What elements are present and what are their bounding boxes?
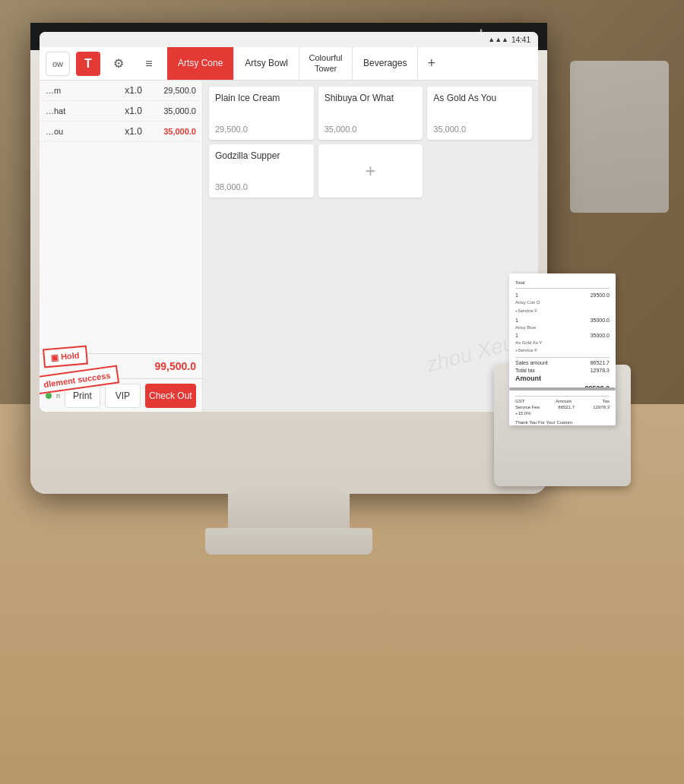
vip-button[interactable]: VIP bbox=[105, 384, 141, 408]
add-product-button[interactable]: + bbox=[318, 144, 423, 198]
printer-slot bbox=[509, 387, 616, 390]
background-monitor bbox=[570, 61, 669, 213]
product-name: As Gold As You bbox=[433, 93, 526, 105]
monitor-bezel: ▲▲▲ 14:41 ow T ⚙ ≡ Artsy Cone bbox=[40, 32, 538, 412]
settings-icon[interactable]: ⚙ bbox=[106, 52, 131, 76]
receipt-gst-section: GSTAmountTax Service Fee86521.712978.3 +… bbox=[515, 396, 610, 425]
screen: ▲▲▲ 14:41 ow T ⚙ ≡ Artsy Cone bbox=[40, 32, 538, 412]
tab-beverages[interactable]: Beverages bbox=[353, 47, 418, 80]
tab-artsy-cone[interactable]: Artsy Cone bbox=[167, 47, 234, 80]
order-item-name: …ou bbox=[46, 127, 120, 136]
product-name: Plain Ice Cream bbox=[215, 93, 308, 105]
order-item-price: 35,000.0 bbox=[147, 106, 196, 115]
product-price: 35,000.0 bbox=[433, 125, 526, 134]
main-content: …m x1.0 29,500.0 …hat x1.0 35,000.0 …ou bbox=[40, 81, 538, 412]
hold-icon: ▣ bbox=[51, 352, 59, 362]
receipt-service-rate: +15.0% bbox=[515, 410, 610, 416]
receipt-item-3-service: +Service F bbox=[515, 347, 610, 353]
text-icon[interactable]: T bbox=[76, 52, 100, 76]
order-item[interactable]: …hat x1.0 35,000.0 bbox=[40, 101, 202, 122]
receipt-thank-you: Thank You For Your Custom bbox=[515, 419, 610, 425]
product-price: 29,500.0 bbox=[215, 125, 308, 134]
order-item[interactable]: …m x1.0 29,500.0 bbox=[40, 81, 202, 101]
receipt-service-fee: Service Fee86521.712978.3 bbox=[515, 404, 610, 410]
wifi-icon: ▲▲▲ bbox=[488, 36, 508, 43]
receipt-item-2: 135000.0 bbox=[515, 317, 610, 324]
receipt-header: Total bbox=[515, 280, 610, 289]
order-item-name: …hat bbox=[46, 106, 120, 115]
order-item-qty: x1.0 bbox=[120, 106, 147, 116]
receipt-tax: Total tax12978.3 bbox=[515, 367, 610, 375]
order-item-price: 29,500.0 bbox=[147, 86, 196, 95]
hold-stamp: ▣ Hold bbox=[43, 346, 87, 368]
product-price: 35,000.0 bbox=[325, 125, 417, 134]
monitor-outer: ▲▲▲ 14:41 ow T ⚙ ≡ Artsy Cone bbox=[30, 23, 547, 494]
receipt-item-2-desc: Artsy Bow bbox=[515, 324, 610, 330]
receipt-item-3-desc: As Gold As Y bbox=[515, 340, 610, 346]
order-panel: …m x1.0 29,500.0 …hat x1.0 35,000.0 …ou bbox=[40, 81, 203, 412]
order-item-selected[interactable]: …ou x1.0 35,000.0 bbox=[40, 122, 202, 142]
tab-colourful-tower[interactable]: Colourful Tower bbox=[299, 47, 353, 80]
order-item-qty: x1.0 bbox=[120, 85, 147, 96]
time-display: 14:41 bbox=[511, 36, 530, 44]
tab-artsy-bowl[interactable]: Artsy Bowl bbox=[234, 47, 299, 80]
status-bar: ▲▲▲ 14:41 bbox=[40, 32, 538, 47]
toolbar-left: ow T ⚙ ≡ bbox=[46, 52, 161, 76]
product-card[interactable]: Plain Ice Cream 29,500.0 bbox=[209, 87, 314, 140]
product-price: 38,000.0 bbox=[215, 182, 308, 191]
printer-body: Total 129500.0 Artsy Con D +Service F 13… bbox=[494, 365, 631, 486]
hold-label: Hold bbox=[61, 350, 80, 361]
back-label[interactable]: ow bbox=[46, 52, 70, 76]
product-name: Shibuya Or What bbox=[325, 93, 417, 105]
add-category-button[interactable]: + bbox=[418, 47, 445, 80]
category-tabs: Artsy Cone Artsy Bowl Colourful Tower Be… bbox=[167, 47, 445, 80]
product-name: Godzilla Supper bbox=[215, 150, 308, 163]
order-item-name: …m bbox=[46, 86, 120, 95]
receipt-gst-header: GSTAmountTax bbox=[515, 398, 610, 404]
product-card[interactable]: As Gold As You 35,000.0 bbox=[427, 87, 532, 140]
receipt-item-1-desc: Artsy Con D bbox=[515, 299, 610, 305]
online-label: n bbox=[56, 392, 60, 400]
order-item-qty: x1.0 bbox=[120, 126, 147, 137]
monitor-stand bbox=[228, 486, 350, 532]
toolbar: ow T ⚙ ≡ Artsy Cone Artsy Bowl bbox=[40, 47, 538, 81]
product-card[interactable]: Godzilla Supper 38,000.0 bbox=[209, 144, 314, 198]
receipt-item-1-service: +Service F bbox=[515, 308, 610, 314]
receipt-sales: Sales amount86521.7 bbox=[515, 359, 610, 367]
menu-icon[interactable]: ≡ bbox=[137, 52, 161, 76]
product-grid: Plain Ice Cream 29,500.0 Shibuya Or What… bbox=[203, 81, 538, 412]
product-card[interactable]: Shibuya Or What 35,000.0 bbox=[318, 87, 423, 140]
order-items-list: …m x1.0 29,500.0 …hat x1.0 35,000.0 …ou bbox=[40, 81, 202, 353]
checkout-button[interactable]: Check Out bbox=[145, 384, 196, 408]
receipt-paper: Total 129500.0 Artsy Con D +Service F 13… bbox=[509, 273, 616, 425]
receipt-item-1: 129500.0 bbox=[515, 292, 610, 299]
receipt-total: Amount bbox=[515, 374, 610, 384]
order-item-price: 35,000.0 bbox=[147, 127, 196, 136]
monitor-base bbox=[205, 528, 372, 555]
receipt-printer: Total 129500.0 Artsy Con D +Service F 13… bbox=[494, 365, 646, 577]
receipt-item-3: 135000.0 bbox=[515, 332, 610, 340]
